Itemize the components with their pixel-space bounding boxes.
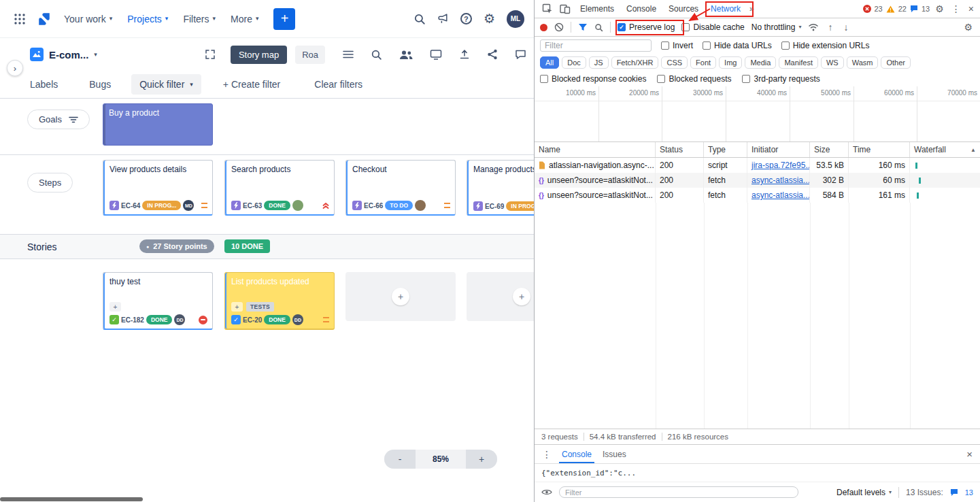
type-filter-wasm[interactable]: Wasm [847, 56, 879, 69]
column-header-waterfall[interactable]: Waterfall▲ [910, 142, 980, 157]
type-filter-other[interactable]: Other [881, 56, 911, 69]
announcements-icon[interactable] [437, 13, 449, 24]
teams-icon[interactable] [399, 50, 413, 60]
goals-row-label[interactable]: Goals [27, 110, 90, 129]
export-har-icon[interactable]: ↓ [841, 22, 850, 32]
type-filter-ws[interactable]: WS [821, 56, 844, 69]
nav-filters[interactable]: Filters▾ [178, 10, 221, 29]
request-row[interactable]: atlassian-navigation.async-... 200 scrip… [535, 158, 980, 173]
more-tabs-icon[interactable]: » [747, 4, 757, 14]
settings-gear-icon[interactable]: ⚙ [484, 12, 495, 25]
drawer-tab-issues[interactable]: Issues [600, 445, 629, 463]
import-har-icon[interactable]: ↑ [826, 22, 834, 32]
request-initiator-link[interactable]: jira-spa.72fe95... [751, 161, 810, 170]
view-toggle-roadmap[interactable]: Roa [295, 46, 325, 64]
step-card-ec63[interactable]: Search products EC-63 DONE [224, 160, 335, 216]
help-icon[interactable]: ? [460, 13, 472, 24]
clear-icon[interactable] [554, 22, 564, 32]
column-header-size[interactable]: Size [810, 142, 849, 157]
view-toggle-story-map[interactable]: Story map [231, 46, 287, 64]
throttling-dropdown[interactable]: No throttling ▾ [751, 22, 802, 32]
network-settings-icon[interactable]: ⚙ [962, 22, 975, 32]
fullscreen-icon[interactable] [205, 49, 216, 60]
sidebar-expand-button[interactable]: › [7, 60, 23, 76]
column-header-time[interactable]: Time [849, 142, 910, 157]
issues-bubble-icon[interactable] [950, 488, 958, 497]
hide-data-urls-checkbox[interactable]: Hide data URLs [703, 41, 772, 50]
device-toolbar-icon[interactable] [556, 1, 574, 17]
blocked-requests-checkbox[interactable]: Blocked requests [657, 74, 731, 84]
tab-network[interactable]: Network [705, 0, 747, 18]
nav-more[interactable]: More▾ [225, 10, 264, 29]
story-card-ec20[interactable]: List products updated + TESTS ✓ EC-20 DO… [224, 272, 335, 330]
drawer-close-icon[interactable]: × [964, 449, 975, 459]
type-filter-css[interactable]: CSS [661, 56, 688, 69]
hide-extension-urls-checkbox[interactable]: Hide extension URLs [781, 41, 870, 50]
step-card-ec64[interactable]: View products details EC-64 IN PROG... M… [103, 160, 213, 216]
default-levels-dropdown[interactable]: Default levels ▾ [837, 488, 892, 497]
filter-funnel-icon[interactable] [578, 23, 588, 31]
user-avatar[interactable]: ML [507, 10, 524, 28]
devtools-settings-icon[interactable]: ⚙ [933, 4, 946, 14]
board-search-icon[interactable] [371, 49, 382, 61]
nav-projects[interactable]: Projects▾ [122, 10, 173, 29]
jira-logo[interactable] [34, 9, 54, 29]
column-header-status[interactable]: Status [656, 142, 704, 157]
issues-label[interactable]: 13 Issues: [906, 488, 943, 497]
drawer-tab-console[interactable]: Console [559, 445, 594, 463]
preserve-log-checkbox[interactable]: ✓ Preserve log [618, 22, 675, 32]
project-name[interactable]: E-com... [49, 49, 88, 61]
third-party-requests-checkbox[interactable]: 3rd-party requests [742, 74, 820, 84]
devtools-menu-icon[interactable]: ⋮ [949, 4, 963, 14]
request-row[interactable]: {}unseen?source=atlaskitNot... 200 fetch… [535, 188, 980, 203]
network-overview-timeline[interactable]: 10000 ms 20000 ms 30000 ms 40000 ms 5000… [535, 86, 980, 142]
drawer-menu-icon[interactable]: ⋮ [540, 450, 554, 459]
type-filter-manifest[interactable]: Manifest [779, 56, 818, 69]
goal-card[interactable]: Buy a product [103, 103, 213, 146]
column-header-initiator[interactable]: Initiator [747, 142, 810, 157]
add-story-button[interactable]: + [513, 288, 530, 305]
nav-your-work[interactable]: Your work▾ [58, 10, 118, 29]
request-row[interactable]: {}unseen?source=atlaskitNot... 200 fetch… [535, 173, 980, 188]
step-card-ec69[interactable]: Manage products EC-69 IN PROG... [467, 160, 534, 216]
step-card-ec66[interactable]: Checkout EC-66 TO DO [345, 160, 456, 216]
console-log-message[interactable]: {"extension_id":"c... [535, 464, 980, 482]
app-switcher-icon[interactable] [10, 9, 30, 29]
add-label-button[interactable]: + [231, 302, 243, 312]
column-header-type[interactable]: Type [704, 142, 747, 157]
feedback-icon[interactable] [515, 49, 526, 60]
network-filter-input[interactable] [540, 39, 652, 52]
export-icon[interactable] [459, 49, 470, 60]
type-filter-doc[interactable]: Doc [562, 56, 586, 69]
disable-cache-checkbox[interactable]: Disable cache [681, 22, 744, 32]
quick-filter-button[interactable]: Quick filter ▾ [131, 74, 201, 95]
request-initiator-link[interactable]: async-atlassia... [751, 175, 810, 185]
request-initiator-link[interactable]: async-atlassia... [751, 190, 810, 200]
console-filter-input[interactable] [559, 486, 798, 498]
steps-row-label[interactable]: Steps [27, 173, 73, 193]
share-icon[interactable] [487, 49, 498, 60]
filter-bugs-link[interactable]: Bugs [89, 79, 111, 90]
inspect-element-icon[interactable] [539, 1, 556, 17]
record-icon[interactable] [540, 24, 547, 31]
errors-icon[interactable] [863, 5, 871, 13]
story-card-ec182[interactable]: thuy test + ✓ EC-182 DONE DD [103, 272, 213, 330]
devtools-close-icon[interactable]: × [966, 4, 976, 14]
type-filter-img[interactable]: Img [719, 56, 742, 69]
create-button[interactable]: + [273, 8, 295, 30]
type-filter-js[interactable]: JS [589, 56, 609, 69]
column-header-name[interactable]: Name [535, 142, 656, 157]
monitor-icon[interactable] [430, 49, 442, 60]
view-settings-icon[interactable] [343, 50, 354, 58]
network-search-icon[interactable] [594, 23, 603, 32]
tab-elements[interactable]: Elements [574, 0, 620, 18]
issues-bubble-icon[interactable] [910, 5, 918, 13]
type-filter-fetch-xhr[interactable]: Fetch/XHR [611, 56, 659, 69]
type-filter-media[interactable]: Media [745, 56, 776, 69]
clear-filters-button[interactable]: Clear filters [314, 79, 362, 90]
tab-sources[interactable]: Sources [662, 0, 705, 18]
add-label-button[interactable]: + [109, 302, 121, 312]
blocked-response-cookies-checkbox[interactable]: Blocked response cookies [540, 74, 646, 84]
zoom-in-button[interactable]: + [466, 450, 497, 469]
create-filter-button[interactable]: + Create filter [223, 79, 280, 90]
